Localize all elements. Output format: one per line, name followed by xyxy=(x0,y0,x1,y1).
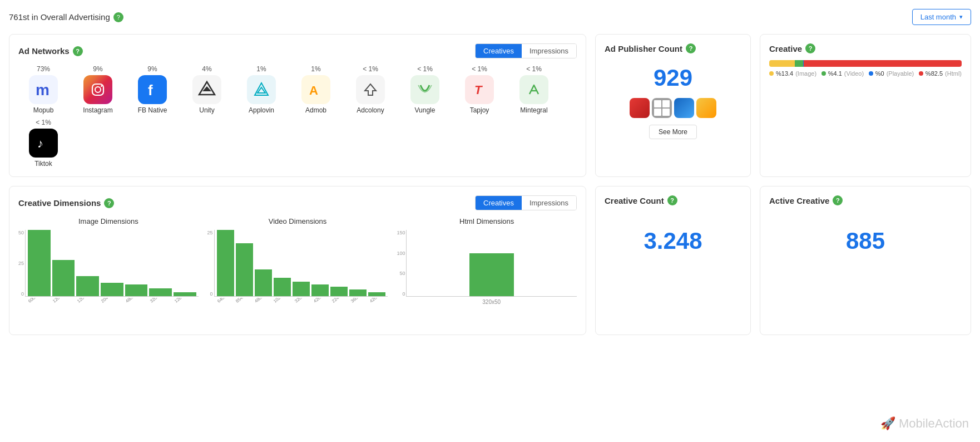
tiktok-name: Tiktok xyxy=(34,160,52,168)
video-chart-bars-area: 640x360 854x480 480x270 1024x576 320x480… xyxy=(214,230,388,326)
mopub-pct: 73% xyxy=(37,65,50,73)
video-y-labels: 25 0 xyxy=(207,230,214,297)
active-creative-title-area: Active Creative ? xyxy=(769,195,962,205)
svg-point-2 xyxy=(95,87,101,92)
adcolony-icon xyxy=(356,75,385,104)
ad-networks-toggle: Creatives Impressions xyxy=(475,43,577,58)
creative-bar-area: %13.4 (Image) %4.1 (Video) %0 (Playable) xyxy=(769,60,962,77)
bar-label-playable: %0 (Playable) xyxy=(869,70,914,77)
ad-networks-header: Ad Networks ? Creatives Impressions xyxy=(18,43,577,58)
ad-networks-help-icon[interactable]: ? xyxy=(73,46,83,56)
creative-dimensions-title-area: Creative Dimensions ? xyxy=(18,198,114,208)
network-item-mopub: 73% m Mopub xyxy=(18,65,68,114)
unity-name: Unity xyxy=(199,106,214,114)
html-chart-inner: 150 100 50 0 320x50 xyxy=(397,230,577,305)
creative-title: Creative xyxy=(769,44,802,53)
fb-icon: f xyxy=(138,75,167,104)
network-item-instagram: 9% Instagram xyxy=(73,65,123,114)
creative-help-icon[interactable]: ? xyxy=(805,43,815,53)
creative-title-area: Creative ? xyxy=(769,43,962,53)
bar-320x480 xyxy=(149,288,172,296)
watermark: 🚀 MobileAction xyxy=(880,416,969,431)
adcolony-pct: < 1% xyxy=(363,65,378,73)
tapjoy-pct: < 1% xyxy=(472,65,487,73)
image-x-labels: 600x600 1200x1200 1200x627 2048x2048 480… xyxy=(25,298,199,326)
dot-image xyxy=(769,71,774,76)
tapjoy-name: Tapjoy xyxy=(470,106,489,114)
dot-video xyxy=(821,71,826,76)
video-x-labels: 640x360 854x480 480x270 1024x576 320x480… xyxy=(214,298,388,326)
network-item-fb: 9% f FB Native xyxy=(127,65,177,114)
creative-count-title-area: Creative Count ? xyxy=(605,195,741,205)
instagram-icon xyxy=(83,75,112,104)
creatives-toggle-btn[interactable]: Creatives xyxy=(476,44,522,58)
network-item-unity: 4% Unity xyxy=(182,65,232,114)
dot-html xyxy=(919,71,923,76)
vbar-480x270 xyxy=(255,269,272,296)
creatives-dim-toggle-btn[interactable]: Creatives xyxy=(476,196,522,210)
ad-networks-title: Ad Networks xyxy=(18,46,70,56)
admob-icon: A xyxy=(301,75,330,104)
ad-publisher-help-icon[interactable]: ? xyxy=(686,43,696,53)
active-creative-title: Active Creative xyxy=(769,196,829,205)
vungle-name: Vungle xyxy=(415,106,435,114)
creative-count-number: 3.248 xyxy=(605,205,741,254)
vungle-pct: < 1% xyxy=(417,65,433,73)
ad-networks-panel: Ad Networks ? Creatives Impressions 73% … xyxy=(9,34,586,177)
bar-video xyxy=(795,60,803,67)
network-item-mintegral: < 1% Mintegral xyxy=(509,65,559,114)
last-month-button[interactable]: Last month xyxy=(912,9,971,25)
ad-publisher-panel: Ad Publisher Count ? 929 S xyxy=(595,34,751,177)
creative-dimensions-header: Creative Dimensions ? Creatives Impressi… xyxy=(18,195,577,210)
applovin-icon xyxy=(247,75,276,104)
html-x-labels: 320x50 xyxy=(406,299,577,305)
impressions-dim-toggle-btn[interactable]: Impressions xyxy=(522,196,576,210)
applovin-name: Applovin xyxy=(249,106,274,114)
bar-1200x1200 xyxy=(52,260,75,296)
impressions-toggle-btn[interactable]: Impressions xyxy=(522,44,576,58)
networks-grid: 73% m Mopub 9% xyxy=(18,65,577,168)
image-y-labels: 50 25 0 xyxy=(18,230,25,297)
creative-dimensions-title: Creative Dimensions xyxy=(18,198,101,208)
bar-label-image: %13.4 (Image) xyxy=(769,70,816,77)
video-dimensions-chart: Video Dimensions 25 0 xyxy=(207,217,388,326)
vbar-224x400 xyxy=(330,287,348,296)
vbar-640x360 xyxy=(217,230,234,296)
image-chart-bars-area: 600x600 1200x1200 1200x627 2048x2048 480… xyxy=(25,230,199,326)
image-bars xyxy=(25,230,199,297)
bar-1280x720 xyxy=(174,292,196,296)
html-dimensions-chart: Html Dimensions 150 100 50 0 xyxy=(397,217,577,326)
header: 761st in Overall Advertising ? Last mont… xyxy=(9,9,971,25)
bar-1200x627 xyxy=(76,276,99,296)
creative-count-title: Creative Count xyxy=(605,196,664,205)
top-grid: Ad Networks ? Creatives Impressions 73% … xyxy=(9,34,971,177)
network-item-tiktok: < 1% ♪ Tiktok xyxy=(18,119,68,168)
creative-count-help-icon[interactable]: ? xyxy=(667,195,677,205)
svg-text:f: f xyxy=(148,82,153,99)
html-y-labels: 150 100 50 0 xyxy=(397,230,406,297)
instagram-name: Instagram xyxy=(83,106,112,114)
unity-icon xyxy=(192,75,221,104)
ad-publisher-title: Ad Publisher Count xyxy=(605,44,682,53)
network-item-vungle: < 1% Vungle xyxy=(400,65,450,114)
page-title: 761st in Overall Advertising xyxy=(9,12,110,22)
svg-text:A: A xyxy=(309,84,318,97)
publisher-icons xyxy=(630,98,716,118)
admob-pct: 1% xyxy=(311,65,320,73)
creative-dimensions-help-icon[interactable]: ? xyxy=(104,198,114,208)
header-help-icon[interactable]: ? xyxy=(113,12,123,22)
ad-networks-title-area: Ad Networks ? xyxy=(18,46,83,56)
publisher-count-area: 929 See More xyxy=(605,53,741,139)
fb-name: FB Native xyxy=(138,106,167,114)
bar-image xyxy=(769,60,795,67)
see-more-button[interactable]: See More xyxy=(649,125,697,139)
creative-panel: Creative ? %13.4 (Image) xyxy=(760,34,971,177)
vbar-320x480 xyxy=(293,282,310,296)
active-creative-help-icon[interactable]: ? xyxy=(833,195,843,205)
unity-pct: 4% xyxy=(202,65,211,73)
admob-name: Admob xyxy=(305,106,326,114)
charts-row: Image Dimensions 50 25 0 xyxy=(18,217,577,326)
tiktok-icon: ♪ xyxy=(29,129,58,158)
network-item-applovin: 1% Applovin xyxy=(236,65,286,114)
mopub-name: Mopub xyxy=(33,106,54,114)
